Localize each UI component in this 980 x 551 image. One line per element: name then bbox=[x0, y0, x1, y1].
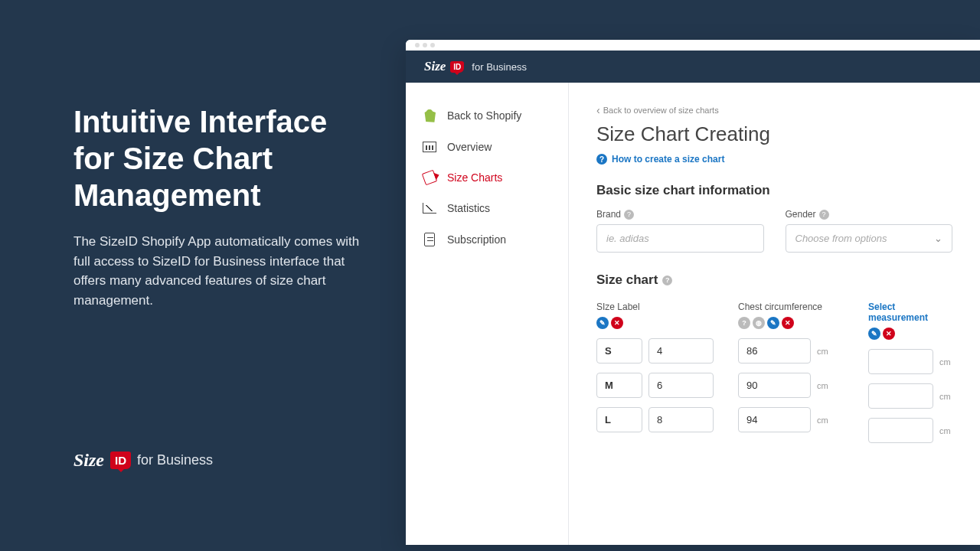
chest-input[interactable] bbox=[738, 407, 811, 432]
column-chest: Chest circumference bbox=[738, 302, 845, 312]
help-link-label: How to create a size chart bbox=[612, 154, 724, 165]
help-icon[interactable]: ? bbox=[624, 210, 634, 220]
tag-icon bbox=[423, 171, 436, 184]
unit-label: cm bbox=[939, 426, 951, 435]
header-logo-business: for Business bbox=[472, 61, 527, 73]
app-window: Size ID for Business Back to Shopify Ove… bbox=[406, 40, 980, 545]
traffic-light-icon bbox=[415, 43, 420, 47]
brand-input[interactable] bbox=[596, 224, 764, 253]
brand-label: Brand ? bbox=[596, 209, 764, 220]
overview-icon bbox=[423, 142, 436, 152]
measurement-input[interactable] bbox=[868, 349, 933, 374]
size-label-input[interactable] bbox=[596, 373, 642, 398]
back-link[interactable]: Back to overview of size charts bbox=[596, 104, 952, 116]
nav-statistics[interactable]: Statistics bbox=[406, 193, 568, 223]
shopify-icon bbox=[423, 109, 436, 122]
help-link[interactable]: ? How to create a size chart bbox=[596, 154, 952, 165]
chart-icon bbox=[423, 203, 436, 214]
help-icon[interactable]: ? bbox=[662, 276, 672, 285]
chest-input[interactable] bbox=[738, 373, 811, 398]
help-icon[interactable]: ? bbox=[819, 210, 829, 220]
nav-size-charts[interactable]: Size Charts bbox=[406, 162, 568, 193]
gender-label: Gender ? bbox=[786, 209, 953, 220]
unit-label: cm bbox=[817, 381, 828, 390]
edit-icon[interactable]: ✎ bbox=[767, 317, 779, 329]
promo-headline: Intuitive Interface for Size Chart Manag… bbox=[74, 103, 364, 214]
size-label-input[interactable] bbox=[596, 338, 642, 364]
size-number-input[interactable] bbox=[648, 338, 714, 364]
traffic-light-icon bbox=[430, 43, 435, 47]
size-number-input[interactable] bbox=[648, 373, 714, 398]
chest-input[interactable] bbox=[738, 338, 811, 364]
logo-business-text: for Business bbox=[137, 452, 213, 468]
edit-icon[interactable]: ✎ bbox=[596, 317, 609, 329]
header-logo-size: Size bbox=[424, 59, 446, 74]
header-logo-id: ID bbox=[450, 61, 464, 73]
size-label-input[interactable] bbox=[596, 407, 642, 432]
unit-label: cm bbox=[817, 347, 828, 356]
unit-label: cm bbox=[939, 357, 951, 367]
nav-subscription[interactable]: Subscription bbox=[406, 223, 568, 256]
unit-label: cm bbox=[817, 416, 828, 425]
logo-size-text: Size bbox=[74, 450, 104, 471]
column-size-label: SIze Label bbox=[596, 302, 715, 312]
footer-logo: Size ID for Business bbox=[74, 450, 213, 471]
app-header: Size ID for Business bbox=[406, 51, 980, 83]
edit-icon[interactable]: ✎ bbox=[868, 328, 880, 340]
nav-back-to-shopify[interactable]: Back to Shopify bbox=[406, 99, 568, 132]
traffic-light-icon bbox=[423, 43, 427, 47]
measurement-input[interactable] bbox=[868, 418, 933, 443]
stats-icon[interactable]: ◍ bbox=[753, 317, 765, 329]
nav-overview[interactable]: Overview bbox=[406, 132, 568, 162]
nav-label: Back to Shopify bbox=[447, 109, 521, 122]
page-title: Size Chart Creating bbox=[596, 122, 952, 146]
measurement-input[interactable] bbox=[868, 383, 933, 409]
nav-label: Statistics bbox=[447, 202, 490, 214]
sidebar: Back to Shopify Overview Size Charts Sta… bbox=[406, 83, 569, 545]
help-icon: ? bbox=[596, 154, 607, 165]
size-number-input[interactable] bbox=[648, 407, 714, 432]
promo-panel: Intuitive Interface for Size Chart Manag… bbox=[74, 103, 364, 310]
gender-select[interactable]: Choose from options bbox=[786, 224, 953, 253]
delete-icon[interactable]: ✕ bbox=[883, 328, 895, 340]
main-content: Back to overview of size charts Size Cha… bbox=[569, 83, 980, 545]
delete-icon[interactable]: ✕ bbox=[611, 317, 623, 329]
section-chart-heading: Size chart ? bbox=[596, 272, 952, 288]
document-icon bbox=[423, 233, 436, 246]
promo-body: The SizeID Shopify App automatically com… bbox=[74, 232, 364, 310]
nav-label: Subscription bbox=[447, 233, 506, 246]
nav-label: Overview bbox=[447, 141, 492, 153]
delete-icon[interactable]: ✕ bbox=[782, 317, 794, 329]
nav-label: Size Charts bbox=[447, 171, 502, 184]
back-link-label: Back to overview of size charts bbox=[603, 106, 719, 115]
logo-id-badge: ID bbox=[110, 452, 131, 469]
window-titlebar bbox=[406, 40, 980, 51]
section-basic-heading: Basic size chart information bbox=[596, 183, 952, 198]
unit-label: cm bbox=[939, 392, 951, 401]
help-icon[interactable]: ? bbox=[738, 317, 750, 329]
select-measurement-link[interactable]: Select measurement bbox=[868, 302, 952, 323]
